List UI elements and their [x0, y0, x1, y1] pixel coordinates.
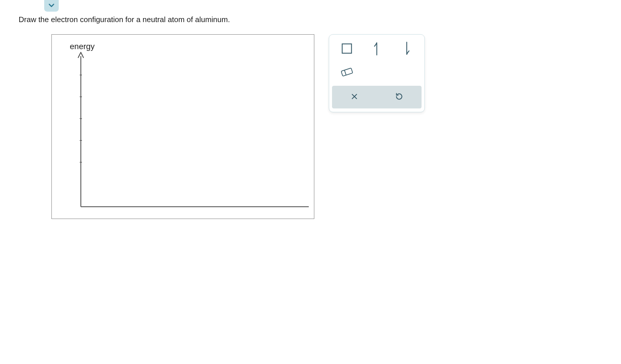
close-icon	[351, 93, 358, 101]
tool-row-2	[332, 61, 422, 84]
orbital-box-tool[interactable]	[332, 38, 362, 61]
tool-row-1	[332, 38, 422, 61]
spin-down-tool[interactable]	[392, 38, 422, 61]
expand-button[interactable]	[44, 0, 59, 12]
undo-reset-icon	[395, 92, 403, 102]
tool-panel	[329, 34, 425, 112]
chevron-down-icon	[48, 1, 55, 10]
svg-rect-8	[341, 68, 353, 76]
tool-bottom-bar	[332, 86, 422, 108]
eraser-tool[interactable]	[332, 61, 362, 84]
spin-up-arrow-icon	[370, 41, 383, 57]
spin-down-arrow-icon	[400, 41, 413, 57]
orbital-box-icon	[340, 42, 353, 56]
svg-rect-7	[342, 44, 351, 53]
reset-button[interactable]	[377, 86, 422, 108]
energy-axis	[51, 34, 314, 219]
clear-button[interactable]	[332, 86, 377, 108]
spin-up-tool[interactable]	[362, 38, 392, 61]
eraser-icon	[339, 66, 355, 79]
svg-line-9	[345, 70, 346, 75]
question-prompt: Draw the electron configuration for a ne…	[19, 15, 230, 24]
